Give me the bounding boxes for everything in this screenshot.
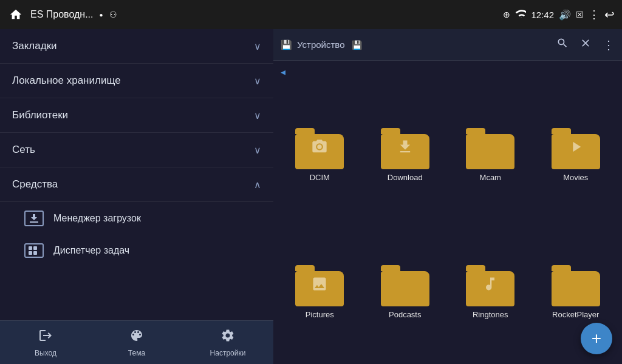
svg-rect-0 (29, 246, 32, 250)
folder-icon-mcam (466, 128, 514, 169)
sidebar-content: Закладки ∨ Локальное хранилище ∨ Библиот… (0, 29, 273, 320)
folder-name-movies: Movies (563, 173, 588, 182)
svg-rect-1 (33, 246, 37, 250)
search-icon[interactable] (556, 37, 569, 52)
folder-icon-download (381, 128, 429, 169)
download-folder-icon (397, 138, 414, 159)
sidebar-label-tools: Средства (12, 178, 58, 190)
nav-exit-label: Выход (35, 349, 56, 357)
file-panel: 💾 Устройство 💾 ⋮ ◂ (273, 29, 622, 364)
folder-name-rocketplayer: RocketPlayer (552, 310, 599, 319)
nav-settings-label: Настройки (210, 349, 246, 357)
folder-movies[interactable]: Movies (535, 87, 618, 222)
home-icon[interactable] (7, 6, 24, 23)
nav-theme[interactable]: Тема (91, 321, 182, 364)
file-header-actions: ⋮ (556, 37, 615, 52)
sidebar-item-libraries[interactable]: Библиотеки ∨ (0, 98, 273, 133)
sort-bar: ◂ (273, 61, 622, 83)
folder-podcasts[interactable]: Podcasts (364, 224, 447, 359)
svg-rect-2 (29, 251, 32, 255)
folder-icon-dcim (295, 128, 344, 169)
more-options-icon[interactable]: ⋮ (603, 38, 615, 52)
nav-settings[interactable]: Настройки (182, 321, 273, 364)
chevron-down-icon: ∨ (254, 144, 261, 156)
sidebar-label-local: Локальное хранилище (12, 75, 121, 87)
music-icon (482, 275, 499, 296)
nav-exit[interactable]: Выход (0, 321, 91, 364)
chevron-up-icon: ∧ (254, 179, 261, 190)
folder-mcam[interactable]: Mcam (449, 87, 532, 222)
main-layout: Закладки ∨ Локальное хранилище ∨ Библиот… (0, 29, 622, 364)
bottom-nav: Выход Тема Настройки (0, 320, 273, 364)
sidebar-label-bookmarks: Закладки (12, 40, 57, 52)
more-icon[interactable]: ⋮ (589, 8, 600, 21)
sidebar-label-network: Сеть (12, 144, 35, 156)
download-icon (24, 211, 44, 226)
folder-icon-rocketplayer (552, 265, 600, 306)
task-manager-icon (24, 243, 44, 258)
folder-name-download: Download (388, 173, 423, 182)
sidebar-item-bookmarks[interactable]: Закладки ∨ (0, 29, 273, 64)
location-icon: ⊕ (503, 10, 510, 19)
sidebar-subitem-task-label: Диспетчер задач (53, 245, 129, 256)
nav-theme-label: Тема (128, 349, 145, 357)
usb-icon: ⚇ (109, 10, 117, 19)
app-title: ES Проводн... (30, 9, 93, 20)
status-icons: ⊕ 12:42 🔊 ☒ ⋮ ↩ (503, 7, 615, 22)
folder-name-podcasts: Podcasts (389, 310, 421, 319)
folder-name-pictures: Pictures (306, 310, 334, 319)
camera-icon (311, 138, 328, 159)
play-icon (567, 138, 584, 159)
chevron-down-icon: ∨ (254, 75, 261, 87)
exit-icon (38, 328, 53, 346)
pictures-icon (311, 275, 328, 296)
status-bar: ES Проводн... ● ⚇ ⊕ 12:42 🔊 ☒ ⋮ ↩ (0, 0, 622, 29)
sidebar-subitem-download-manager[interactable]: Менеджер загрузок (0, 202, 273, 235)
status-time: 12:42 (531, 10, 554, 20)
sidebar-label-libraries: Библиотеки (12, 109, 68, 121)
sidebar-item-network[interactable]: Сеть ∨ (0, 133, 273, 167)
status-bar-left: ES Проводн... ● ⚇ (7, 6, 503, 23)
folder-icon-pictures (295, 265, 344, 306)
folder-ringtones[interactable]: Ringtones (449, 224, 532, 359)
screen-icon: ☒ (576, 10, 584, 19)
dot-icon: ● (99, 12, 103, 18)
theme-icon (129, 328, 144, 346)
folder-name-dcim: DCIM (310, 173, 330, 182)
folder-name-mcam: Mcam (480, 173, 501, 182)
breadcrumb: Устройство (297, 39, 344, 50)
settings-icon (220, 328, 235, 346)
folder-icon-ringtones (466, 265, 514, 306)
sidebar-wrapper: Закладки ∨ Локальное хранилище ∨ Библиот… (0, 29, 273, 364)
folder-pictures[interactable]: Pictures (278, 224, 361, 359)
file-panel-header: 💾 Устройство 💾 ⋮ (273, 29, 622, 61)
svg-rect-3 (33, 251, 37, 255)
chevron-down-icon: ∨ (254, 41, 261, 52)
sort-indicator: ◂ (281, 66, 285, 78)
folder-dcim[interactable]: DCIM (278, 87, 361, 222)
volume-icon: 🔊 (559, 9, 571, 21)
sidebar-subitem-task-manager[interactable]: Диспетчер задач (0, 235, 273, 266)
sidebar-item-tools[interactable]: Средства ∧ (0, 167, 273, 202)
device-icon: 💾 (281, 39, 292, 50)
back-icon[interactable]: ↩ (604, 7, 615, 22)
folder-download[interactable]: Download (364, 87, 447, 222)
close-icon[interactable] (579, 37, 592, 52)
sidebar-subitem-download-label: Менеджер загрузок (53, 213, 141, 224)
fab-add[interactable]: + (581, 323, 612, 354)
chevron-down-icon: ∨ (254, 110, 261, 121)
wifi-icon (515, 10, 526, 20)
folder-icon-podcasts (381, 265, 429, 306)
folder-grid: DCIM Download (273, 83, 622, 364)
sd-icon: 💾 (352, 40, 362, 50)
folder-name-ringtones: Ringtones (473, 310, 508, 319)
folder-icon-movies (552, 128, 600, 169)
sidebar-item-local[interactable]: Локальное хранилище ∨ (0, 64, 273, 98)
